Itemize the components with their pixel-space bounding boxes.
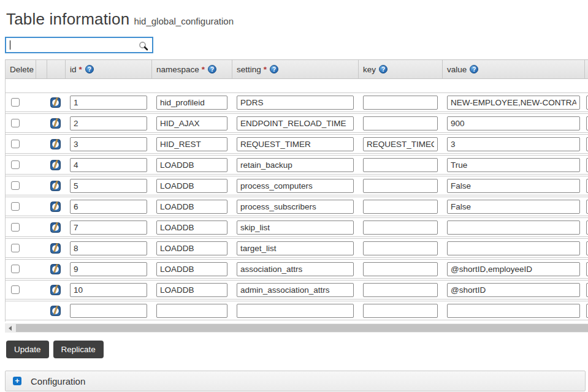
help-icon-key[interactable]: ? [379, 65, 388, 74]
setting-input[interactable] [237, 179, 354, 193]
namespace-input[interactable] [156, 137, 227, 151]
value-input[interactable] [447, 241, 580, 255]
setting-input[interactable] [237, 158, 354, 172]
column-header-namespace: namespace * ? [152, 60, 232, 78]
setting-input[interactable] [237, 283, 354, 297]
value-input[interactable] [447, 158, 580, 172]
setting-cell [232, 281, 359, 299]
plus-expand-icon[interactable] [13, 377, 21, 385]
edit-cell [47, 176, 66, 195]
configuration-section-header[interactable]: Configuration [5, 371, 586, 391]
pencil-edit-icon[interactable] [50, 243, 61, 254]
value-input[interactable] [447, 221, 580, 235]
pencil-edit-icon[interactable] [50, 264, 61, 274]
delete-checkbox[interactable] [11, 265, 20, 273]
help-icon-namespace[interactable]: ? [208, 65, 216, 74]
delete-checkbox[interactable] [11, 223, 20, 232]
id-input[interactable] [70, 283, 147, 297]
key-input[interactable] [363, 116, 438, 130]
edit-cell [47, 114, 66, 132]
namespace-input[interactable] [156, 179, 227, 193]
value-input[interactable] [447, 179, 580, 193]
value-input[interactable] [447, 262, 580, 276]
key-input[interactable] [363, 158, 438, 172]
setting-input[interactable] [237, 221, 354, 235]
action-buttons: Update Replicate [6, 341, 588, 358]
value-input[interactable] [447, 200, 580, 214]
value-input[interactable] [447, 304, 580, 318]
namespace-input[interactable] [156, 200, 227, 214]
value-cell [443, 197, 585, 216]
setting-input[interactable] [237, 262, 354, 276]
namespace-input[interactable] [156, 241, 227, 255]
value-input[interactable] [447, 116, 580, 130]
id-input[interactable] [70, 179, 147, 193]
id-input[interactable] [70, 96, 147, 110]
key-input[interactable] [363, 241, 438, 255]
setting-input[interactable] [237, 304, 354, 318]
pencil-edit-icon[interactable] [50, 181, 61, 191]
column-header-spacer [36, 60, 47, 78]
help-icon-id[interactable]: ? [85, 65, 94, 74]
namespace-cell [152, 197, 232, 216]
delete-checkbox[interactable] [11, 181, 20, 190]
namespace-input[interactable] [156, 283, 227, 297]
scrollbar-thumb[interactable] [16, 324, 588, 332]
key-input[interactable] [363, 200, 438, 214]
delete-checkbox[interactable] [11, 160, 20, 169]
value-input[interactable] [447, 137, 580, 151]
help-icon-setting[interactable]: ? [270, 65, 278, 74]
namespace-input[interactable] [156, 262, 227, 276]
id-input[interactable] [70, 304, 147, 318]
delete-checkbox[interactable] [11, 140, 20, 148]
id-input[interactable] [70, 116, 147, 130]
pencil-edit-icon[interactable] [50, 160, 61, 170]
namespace-input[interactable] [156, 158, 227, 172]
overflow-cell [585, 197, 588, 216]
search-input[interactable] [6, 38, 152, 52]
delete-cell [6, 260, 36, 278]
id-input[interactable] [70, 241, 147, 255]
key-input[interactable] [363, 304, 438, 318]
key-input[interactable] [363, 137, 438, 151]
pencil-edit-icon[interactable] [50, 222, 61, 233]
help-icon-value[interactable]: ? [470, 65, 478, 74]
replicate-button[interactable]: Replicate [53, 341, 104, 358]
setting-input[interactable] [237, 241, 354, 255]
table-rows [6, 92, 588, 320]
setting-input[interactable] [237, 137, 354, 151]
pencil-edit-icon[interactable] [50, 97, 61, 108]
id-input[interactable] [70, 221, 147, 235]
delete-checkbox[interactable] [11, 244, 20, 252]
key-input[interactable] [363, 262, 438, 276]
id-input[interactable] [70, 158, 147, 172]
delete-checkbox[interactable] [11, 202, 20, 211]
id-input[interactable] [70, 262, 147, 276]
key-input[interactable] [363, 221, 438, 235]
namespace-input[interactable] [156, 116, 227, 130]
namespace-input[interactable] [156, 221, 227, 235]
spacer-cell [36, 301, 47, 320]
delete-checkbox[interactable] [11, 119, 20, 127]
setting-input[interactable] [237, 200, 354, 214]
pencil-edit-icon[interactable] [50, 285, 61, 295]
setting-input[interactable] [237, 116, 354, 130]
namespace-input[interactable] [156, 304, 227, 318]
scroll-left-button[interactable] [5, 323, 15, 333]
update-button[interactable]: Update [6, 341, 49, 358]
delete-checkbox[interactable] [11, 98, 20, 107]
setting-input[interactable] [237, 96, 354, 110]
key-input[interactable] [363, 283, 438, 297]
value-input[interactable] [447, 283, 580, 297]
value-input[interactable] [447, 96, 580, 110]
delete-checkbox[interactable] [11, 285, 20, 294]
namespace-input[interactable] [156, 96, 227, 110]
pencil-edit-icon[interactable] [50, 202, 61, 212]
id-input[interactable] [70, 200, 147, 214]
key-input[interactable] [363, 96, 438, 110]
pencil-edit-icon[interactable] [50, 139, 61, 149]
key-input[interactable] [363, 179, 438, 193]
id-input[interactable] [70, 137, 147, 151]
pencil-edit-icon[interactable] [50, 306, 61, 316]
pencil-edit-icon[interactable] [50, 118, 61, 129]
